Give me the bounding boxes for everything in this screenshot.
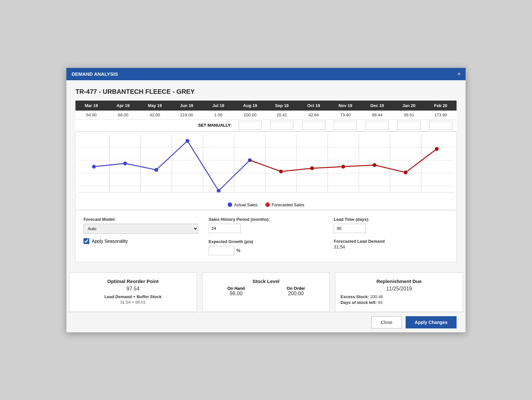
reorder-card: Optimal Reorder Point 97.54 Lead Demand … xyxy=(69,272,197,312)
value-cell: 42.00 xyxy=(139,111,171,119)
lead-time-group: Lead Time (days): Forecasted Lead Demand… xyxy=(334,217,448,249)
manual-input-cell xyxy=(298,121,330,130)
replenishment-title: Replenishment Due xyxy=(340,278,458,284)
month-header-cell: Jun 19 xyxy=(171,101,203,111)
manual-input-cell xyxy=(425,121,457,130)
month-header-cell: Dec 19 xyxy=(361,101,393,111)
close-icon[interactable]: × xyxy=(458,71,460,77)
replenishment-date: 11/25/2019 xyxy=(340,286,458,292)
percent-sign: % xyxy=(236,248,240,253)
sales-history-input[interactable] xyxy=(209,224,241,233)
month-header-cell: Mar 19 xyxy=(75,101,107,111)
modal-header: DEMAND ANALYSIS × xyxy=(66,68,466,80)
svg-point-18 xyxy=(185,139,189,143)
manual-value-input[interactable] xyxy=(270,121,293,130)
manual-value-input[interactable] xyxy=(366,121,389,130)
month-header-cell: May 19 xyxy=(139,101,171,111)
forecast-sales-label: Forecasted Sales xyxy=(272,202,304,207)
chart-container: Actual Sales Forecasted Sales xyxy=(75,132,457,210)
manual-value-input[interactable] xyxy=(397,121,420,130)
controls-grid: Forecast Model: Auto Moving Average Expo… xyxy=(84,217,448,255)
on-order-value: 200.00 xyxy=(288,291,304,297)
forecasted-lead-demand-value: 31.54 xyxy=(334,244,448,249)
days-left-row: Days of stock left: 93 xyxy=(340,300,458,305)
lead-time-input[interactable] xyxy=(334,224,366,233)
reorder-title: Optimal Reorder Point xyxy=(74,278,192,284)
data-table: Mar 19Apr 19May 19Jun 19Jul 19Aug 19Sep … xyxy=(75,101,457,132)
reorder-sub-value: 31.54 + 66.01 xyxy=(74,300,192,305)
days-left-label: Days of stock left: xyxy=(340,300,377,305)
svg-point-17 xyxy=(154,168,158,172)
on-hand-value: 98.00 xyxy=(230,291,242,297)
month-header-cell: Sep 19 xyxy=(266,101,298,111)
reorder-value: 97.54 xyxy=(74,286,192,292)
expected-growth-input[interactable] xyxy=(209,246,234,255)
manual-input-cell xyxy=(234,121,266,130)
value-cell: 73.40 xyxy=(330,111,361,119)
stock-title: Stock Level xyxy=(208,278,325,284)
manual-value-input[interactable] xyxy=(302,121,325,130)
month-header-cell: Aug 19 xyxy=(234,101,266,111)
actual-sales-dot xyxy=(228,202,232,207)
svg-point-24 xyxy=(372,163,376,167)
month-header-cell: Jan 20 xyxy=(393,101,425,111)
value-cell: 1.00 xyxy=(202,111,234,119)
svg-point-26 xyxy=(435,147,439,151)
manual-value-input[interactable] xyxy=(239,121,262,130)
forecast-model-label: Forecast Model: xyxy=(84,217,198,222)
forecast-model-group: Forecast Model: Auto Moving Average Expo… xyxy=(84,217,198,244)
product-title: TR-477 - URBANTECH FLEECE - GREY xyxy=(75,88,457,95)
month-header-cell: Nov 19 xyxy=(330,101,361,111)
on-order-label: On Order xyxy=(287,286,305,291)
modal-footer: Close Apply Changes xyxy=(66,312,466,332)
svg-point-21 xyxy=(279,170,283,173)
on-hand-col: On Hand 98.00 xyxy=(208,286,265,297)
month-header-cell: Apr 19 xyxy=(107,101,139,111)
modal-body: TR-477 - URBANTECH FLEECE - GREY Mar 19A… xyxy=(66,80,466,267)
svg-point-22 xyxy=(310,166,314,170)
replenishment-card: Replenishment Due 11/25/2019 Excess Stoc… xyxy=(335,272,463,312)
apply-changes-button[interactable]: Apply Changes xyxy=(406,316,457,328)
actual-sales-label: Actual Sales xyxy=(234,202,257,207)
manual-input-cell xyxy=(266,121,298,130)
value-cell: 68.00 xyxy=(107,111,139,119)
svg-point-23 xyxy=(341,165,345,169)
close-button[interactable]: Close xyxy=(371,316,402,328)
month-header-cell: Jul 19 xyxy=(202,101,234,111)
actual-sales-legend: Actual Sales xyxy=(228,202,257,207)
excess-stock-row: Excess Stock: 200.46 xyxy=(340,294,458,299)
manual-value-input[interactable] xyxy=(334,121,357,130)
value-cell: 98.44 xyxy=(361,111,393,119)
value-cell: 20.41 xyxy=(266,111,298,119)
month-header-cell: Oct 19 xyxy=(298,101,330,111)
value-cell: 100.00 xyxy=(234,111,266,119)
on-order-col: On Order 200.00 xyxy=(267,286,324,297)
forecast-sales-dot xyxy=(265,202,270,207)
month-header-row: Mar 19Apr 19May 19Jun 19Jul 19Aug 19Sep … xyxy=(75,101,457,111)
lead-time-label: Lead Time (days): xyxy=(334,217,448,222)
controls-section: Forecast Model: Auto Moving Average Expo… xyxy=(75,210,457,262)
sales-history-label: Sales History Period (months): xyxy=(209,217,323,222)
forecast-model-select[interactable]: Auto Moving Average Exponential Smoothin… xyxy=(84,224,198,234)
days-left-value: 93 xyxy=(378,300,382,305)
forecast-sales-legend: Forecasted Sales xyxy=(265,202,304,207)
forecasted-lead-demand-label: Forecasted Lead Demand xyxy=(334,239,448,244)
demand-analysis-modal: DEMAND ANALYSIS × TR-477 - URBANTECH FLE… xyxy=(66,68,466,333)
modal-title: DEMAND ANALYSIS xyxy=(72,71,118,77)
stock-card: Stock Level On Hand 98.00 On Order 200.0… xyxy=(202,272,330,312)
month-header-cell: Feb 20 xyxy=(425,101,457,111)
manual-value-input[interactable] xyxy=(429,121,452,130)
svg-point-15 xyxy=(92,165,96,169)
replenishment-detail: Excess Stock: 200.46 Days of stock left:… xyxy=(340,294,458,305)
manual-row: SET MANUALLY: xyxy=(75,120,457,132)
manual-input-cell xyxy=(393,121,425,130)
manual-set-label: SET MANUALLY: xyxy=(75,123,234,128)
expected-growth-label: Expected Growth (p/a) xyxy=(209,239,253,244)
apply-seasonality-checkbox[interactable] xyxy=(84,238,89,244)
excess-stock-label: Excess Stock: xyxy=(340,294,369,299)
manual-input-cell xyxy=(361,121,393,130)
chart-legend: Actual Sales Forecasted Sales xyxy=(78,199,454,210)
value-cell: 39.51 xyxy=(393,111,425,119)
seasonality-row: Apply Seasonality xyxy=(84,238,198,244)
value-cell: 54.00 xyxy=(75,111,107,119)
